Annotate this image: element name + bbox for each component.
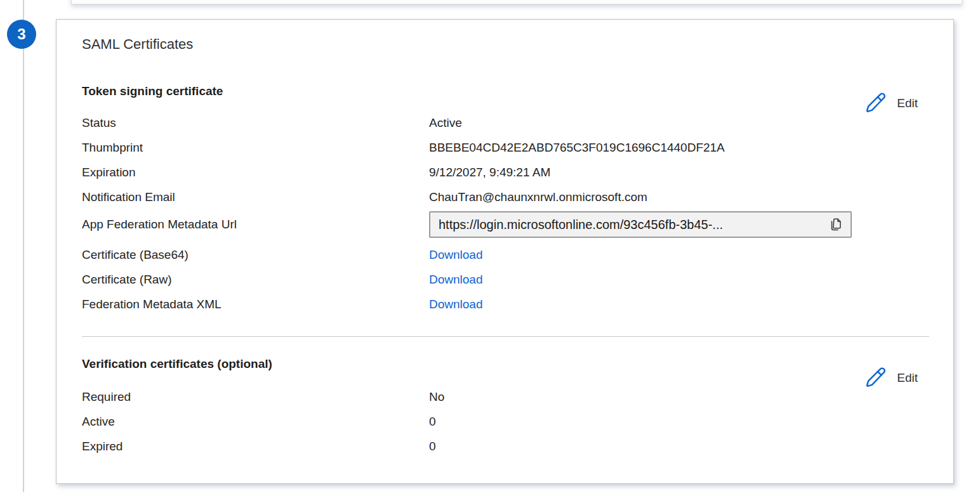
app-federation-metadata-url-row: App Federation Metadata Url https://logi… <box>82 211 928 238</box>
certificate-base64-row: Certificate (Base64) Download <box>82 247 928 263</box>
download-certificate-raw-link[interactable]: Download <box>429 273 483 286</box>
required-label: Required <box>82 389 429 405</box>
status-value: Active <box>429 115 928 131</box>
copy-url-button[interactable] <box>828 216 844 233</box>
required-value: No <box>429 389 928 405</box>
expired-count-label: Expired <box>82 438 429 455</box>
active-count-value: 0 <box>429 414 928 430</box>
status-row: Status Active <box>82 115 928 131</box>
download-certificate-base64-link[interactable]: Download <box>429 248 483 261</box>
federation-metadata-xml-label: Federation Metadata XML <box>82 296 429 313</box>
token-signing-certificate-heading: Token signing certificate <box>82 84 223 98</box>
step-connector-line <box>23 0 24 492</box>
step-number: 3 <box>17 25 25 43</box>
certificate-raw-row: Certificate (Raw) Download <box>82 271 928 288</box>
app-federation-metadata-url-label: App Federation Metadata Url <box>82 216 429 233</box>
expiration-value: 9/12/2027, 9:49:21 AM <box>429 164 928 181</box>
copy-icon <box>828 217 844 232</box>
expiration-row: Expiration 9/12/2027, 9:49:21 AM <box>82 164 928 181</box>
step-number-badge: 3 <box>7 20 36 49</box>
active-count-label: Active <box>82 414 429 430</box>
edit-button-label: Edit <box>897 371 918 385</box>
edit-button-label: Edit <box>897 96 918 110</box>
expired-count-row: Expired 0 <box>82 438 928 455</box>
thumbprint-row: Thumbprint BBEBE04CD42E2ABD765C3F019C169… <box>82 140 928 156</box>
notification-email-label: Notification Email <box>82 189 429 206</box>
saml-certificates-card: SAML Certificates Token signing certific… <box>56 19 954 484</box>
verification-certificates-heading: Verification certificates (optional) <box>82 357 272 371</box>
download-federation-metadata-xml-link[interactable]: Download <box>429 297 483 311</box>
expiration-label: Expiration <box>82 164 429 181</box>
pencil-icon <box>864 91 887 115</box>
notification-email-value: ChauTran@chaunxnrwl.onmicrosoft.com <box>429 189 928 206</box>
section-divider <box>82 336 929 337</box>
expired-count-value: 0 <box>429 438 928 455</box>
card-title: SAML Certificates <box>82 36 193 53</box>
previous-card-edge <box>71 0 962 4</box>
certificate-base64-label: Certificate (Base64) <box>82 247 429 263</box>
thumbprint-value: BBEBE04CD42E2ABD765C3F019C1696C1440DF21A <box>429 140 928 156</box>
status-label: Status <box>82 115 429 131</box>
metadata-url-readonly-field[interactable]: https://login.microsoftonline.com/93c456… <box>429 211 852 238</box>
edit-verification-certificates-button[interactable]: Edit <box>864 366 918 389</box>
thumbprint-label: Thumbprint <box>82 140 429 156</box>
federation-metadata-xml-row: Federation Metadata XML Download <box>82 296 928 313</box>
edit-token-signing-certificate-button[interactable]: Edit <box>864 91 918 115</box>
page-canvas: 3 SAML Certificates Token signing certif… <box>0 0 980 496</box>
active-count-row: Active 0 <box>82 414 928 430</box>
required-row: Required No <box>82 389 928 405</box>
metadata-url-value: https://login.microsoftonline.com/93c456… <box>439 216 823 233</box>
pencil-icon <box>864 366 887 389</box>
certificate-raw-label: Certificate (Raw) <box>82 271 429 288</box>
notification-email-row: Notification Email ChauTran@chaunxnrwl.o… <box>82 189 928 206</box>
